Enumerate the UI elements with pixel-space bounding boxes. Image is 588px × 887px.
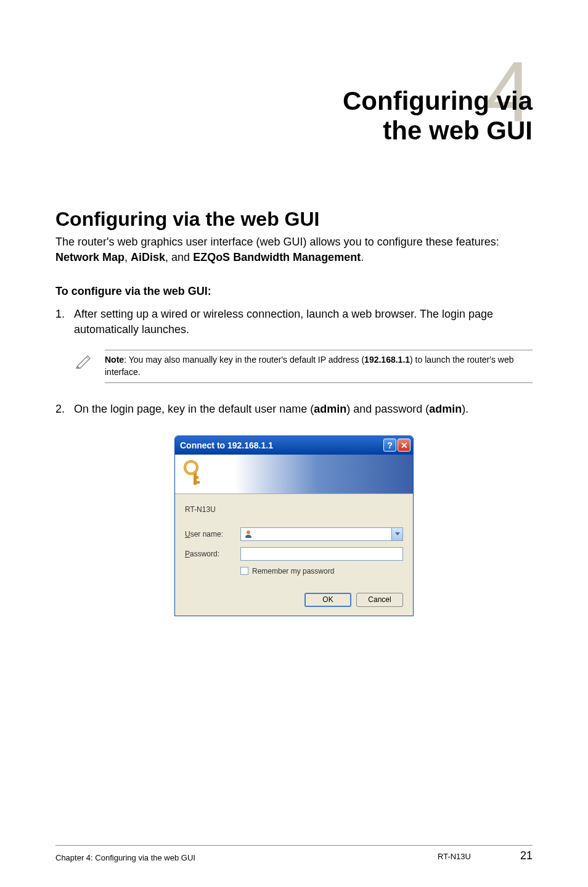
- note-block: Note: You may also manually key in the r…: [74, 350, 533, 382]
- dialog-title: Connect to 192.168.1.1: [180, 440, 273, 450]
- note-content: Note: You may also manually key in the r…: [105, 350, 533, 382]
- remember-label: Remember my password: [252, 567, 334, 576]
- server-name: RT-N13U: [185, 505, 403, 514]
- page-number: 21: [520, 849, 533, 862]
- remember-checkbox[interactable]: [240, 567, 248, 575]
- username-label: User name:: [185, 530, 240, 538]
- svg-point-5: [247, 530, 250, 534]
- password-input[interactable]: [240, 547, 403, 561]
- page-footer: Chapter 4: Configuring via the web GUI R…: [55, 845, 533, 862]
- footer-chapter: Chapter 4: Configuring via the web GUI: [55, 853, 195, 862]
- close-button[interactable]: ✕: [398, 439, 410, 452]
- help-button[interactable]: ?: [383, 439, 396, 452]
- svg-point-4: [185, 461, 197, 474]
- intro-text: The router's web graphics user interface…: [55, 234, 533, 265]
- cancel-button[interactable]: Cancel: [356, 593, 403, 607]
- pencil-icon: [74, 350, 94, 369]
- password-label: Password:: [185, 550, 240, 558]
- dialog-titlebar: Connect to 192.168.1.1 ? ✕: [175, 436, 413, 455]
- ok-button[interactable]: OK: [304, 593, 351, 607]
- user-icon: [243, 529, 253, 539]
- section-heading: Configuring via the web GUI: [55, 208, 533, 231]
- dialog-banner: [175, 455, 413, 494]
- username-input[interactable]: [240, 527, 403, 541]
- dropdown-arrow-icon[interactable]: [391, 528, 402, 540]
- step-2: 2. On the login page, key in the default…: [55, 402, 533, 417]
- chapter-title: Configuring via the web GUI: [55, 86, 533, 146]
- svg-rect-3: [194, 476, 198, 479]
- chapter-title-line2: the web GUI: [383, 116, 533, 145]
- chapter-title-line1: Configuring via: [343, 86, 533, 115]
- svg-rect-2: [194, 481, 200, 484]
- procedure-subheading: To configure via the web GUI:: [55, 285, 533, 298]
- step-1: 1. After setting up a wired or wireless …: [55, 307, 533, 337]
- footer-model: RT-N13U: [438, 852, 471, 861]
- key-icon: [182, 459, 207, 489]
- login-dialog: Connect to 192.168.1.1 ? ✕ RT-N13U User …: [174, 435, 414, 616]
